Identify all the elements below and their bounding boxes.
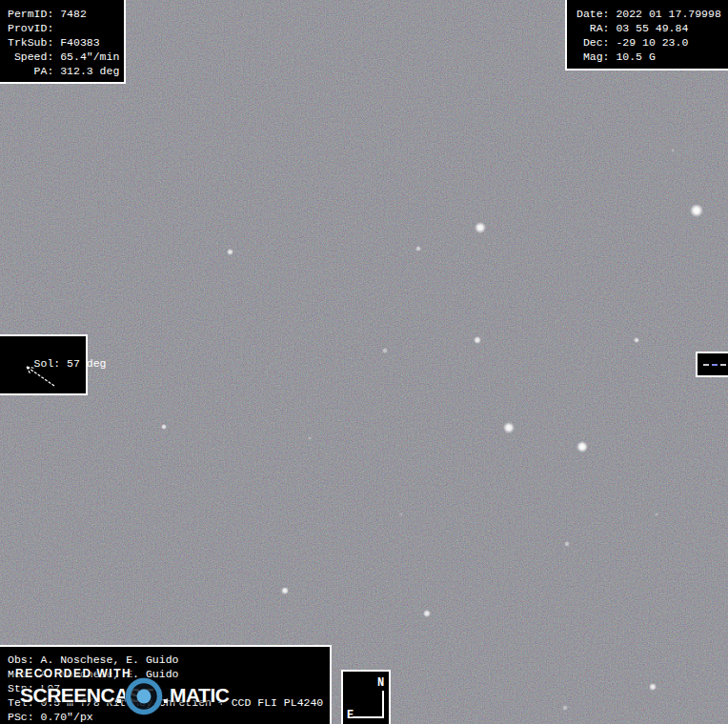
text-line: Mag: 10.5 G xyxy=(576,50,728,64)
text-line: Obs: A. Noschese, E. Guido xyxy=(8,653,330,667)
path-dash-icon xyxy=(712,364,718,366)
observation-info-box: Obs: A. Noschese, E. GuidoMea: A. Nosche… xyxy=(0,645,332,724)
ephemeris-box: Date: 2022 01 17.79998 RA: 03 55 49.84 D… xyxy=(565,0,728,70)
star xyxy=(655,513,658,516)
text-line: Stn: L07 xyxy=(8,681,330,695)
star xyxy=(423,610,431,617)
text-line: Tel: 0.5 m f/8 Ritchey-Chretien + CCD FL… xyxy=(8,695,330,710)
star xyxy=(564,541,569,546)
star xyxy=(415,246,421,251)
sun-direction-arrow-icon xyxy=(0,336,86,393)
star xyxy=(474,336,481,344)
compass-north-axis-line xyxy=(382,691,384,718)
star xyxy=(671,149,675,152)
text-line: PA: 312.3 deg xyxy=(8,64,124,78)
star xyxy=(382,348,387,352)
star xyxy=(562,705,567,710)
astrometry-screenshot: PermID: 7482ProvID: TrkSub: F40383 Speed… xyxy=(0,0,728,724)
target-info-box: PermID: 7482ProvID: TrkSub: F40383 Speed… xyxy=(0,0,126,84)
text-line: ProvID: xyxy=(8,21,124,35)
star xyxy=(475,222,485,232)
text-line: RA: 03 55 49.84 xyxy=(576,21,728,35)
star xyxy=(399,513,403,516)
text-line: PermID: 7482 xyxy=(8,7,124,21)
compass-east-axis-line xyxy=(353,716,384,718)
path-dash-icon xyxy=(703,364,709,366)
star xyxy=(308,436,312,440)
text-line: TrkSub: F40383 xyxy=(8,35,124,50)
text-line: PSc: 0.70"/px xyxy=(8,710,330,724)
star xyxy=(690,204,703,217)
text-line: Dec: -29 10 23.0 xyxy=(576,35,728,50)
star xyxy=(503,422,514,432)
star xyxy=(161,424,167,430)
star xyxy=(281,587,289,594)
star xyxy=(227,249,233,255)
text-line: Date: 2022 01 17.79998 xyxy=(576,7,728,21)
star xyxy=(649,683,656,690)
text-line: Speed: 65.4"/min xyxy=(8,50,124,64)
path-dash-icon xyxy=(720,364,726,366)
star-layer xyxy=(0,0,728,724)
star xyxy=(634,337,639,343)
star xyxy=(576,441,589,453)
text-line: Mea: A. Noschese, E. Guido xyxy=(8,667,330,681)
path-marker-box xyxy=(696,352,728,377)
compass-east-label: E xyxy=(347,710,354,721)
compass-north-label: N xyxy=(377,677,384,689)
compass-box: N E xyxy=(341,670,391,724)
sun-elongation-box: Sol: 57 deg xyxy=(0,334,88,395)
